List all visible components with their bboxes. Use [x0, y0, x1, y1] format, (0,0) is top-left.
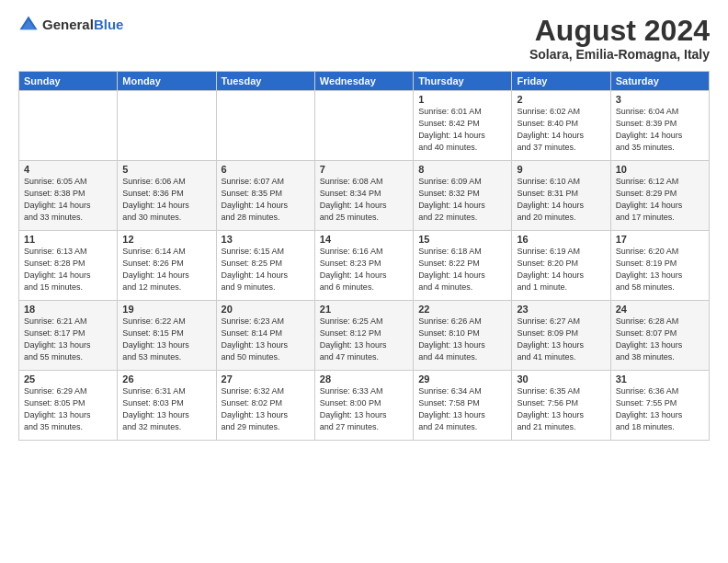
logo-text: GeneralBlue	[42, 17, 123, 33]
calendar-cell: 1Sunrise: 6:01 AM Sunset: 8:42 PM Daylig…	[414, 91, 512, 161]
day-number: 10	[616, 164, 704, 175]
day-info: Sunrise: 6:27 AM Sunset: 8:09 PM Dayligh…	[517, 316, 605, 363]
day-number: 23	[517, 304, 605, 315]
day-info: Sunrise: 6:06 AM Sunset: 8:36 PM Dayligh…	[122, 176, 210, 224]
day-info: Sunrise: 6:22 AM Sunset: 8:15 PM Dayligh…	[122, 316, 210, 363]
day-number: 28	[320, 373, 408, 385]
day-number: 13	[222, 234, 310, 245]
calendar-cell: 12Sunrise: 6:14 AM Sunset: 8:26 PM Dayli…	[118, 231, 216, 301]
calendar-day-header: Thursday	[414, 72, 512, 91]
calendar-cell	[118, 91, 216, 161]
calendar-cell	[19, 91, 118, 161]
day-number: 19	[122, 304, 210, 315]
day-number: 6	[222, 164, 310, 175]
calendar-cell: 21Sunrise: 6:25 AM Sunset: 8:12 PM Dayli…	[314, 301, 413, 371]
day-number: 29	[418, 373, 506, 385]
calendar-cell: 9Sunrise: 6:10 AM Sunset: 8:31 PM Daylig…	[512, 161, 610, 231]
day-info: Sunrise: 6:13 AM Sunset: 8:28 PM Dayligh…	[24, 246, 112, 293]
day-number: 25	[24, 373, 112, 385]
calendar-cell: 8Sunrise: 6:09 AM Sunset: 8:32 PM Daylig…	[414, 161, 512, 231]
calendar-cell: 29Sunrise: 6:34 AM Sunset: 7:58 PM Dayli…	[414, 371, 512, 441]
day-info: Sunrise: 6:04 AM Sunset: 8:39 PM Dayligh…	[616, 106, 704, 154]
day-number: 14	[320, 234, 408, 245]
calendar-week-row: 25Sunrise: 6:29 AM Sunset: 8:05 PM Dayli…	[19, 371, 710, 441]
day-info: Sunrise: 6:23 AM Sunset: 8:14 PM Dayligh…	[222, 316, 310, 363]
calendar-cell: 30Sunrise: 6:35 AM Sunset: 7:56 PM Dayli…	[512, 371, 610, 441]
day-info: Sunrise: 6:26 AM Sunset: 8:10 PM Dayligh…	[418, 316, 506, 363]
day-number: 2	[517, 94, 605, 105]
calendar-cell: 24Sunrise: 6:28 AM Sunset: 8:07 PM Dayli…	[610, 301, 709, 371]
day-info: Sunrise: 6:25 AM Sunset: 8:12 PM Dayligh…	[320, 316, 408, 363]
day-number: 26	[122, 373, 210, 385]
calendar-day-header: Monday	[118, 72, 216, 91]
day-info: Sunrise: 6:14 AM Sunset: 8:26 PM Dayligh…	[122, 246, 210, 293]
calendar-week-row: 1Sunrise: 6:01 AM Sunset: 8:42 PM Daylig…	[19, 91, 710, 161]
day-info: Sunrise: 6:02 AM Sunset: 8:40 PM Dayligh…	[517, 106, 605, 154]
calendar-cell: 15Sunrise: 6:18 AM Sunset: 8:22 PM Dayli…	[414, 231, 512, 301]
calendar-cell: 13Sunrise: 6:15 AM Sunset: 8:25 PM Dayli…	[216, 231, 314, 301]
day-number: 11	[24, 234, 112, 245]
day-info: Sunrise: 6:10 AM Sunset: 8:31 PM Dayligh…	[517, 176, 605, 224]
day-number: 18	[24, 304, 112, 315]
day-number: 16	[517, 234, 605, 245]
day-number: 24	[616, 304, 704, 315]
logo-general: General	[42, 17, 94, 32]
calendar-cell: 22Sunrise: 6:26 AM Sunset: 8:10 PM Dayli…	[414, 301, 512, 371]
day-info: Sunrise: 6:07 AM Sunset: 8:35 PM Dayligh…	[222, 176, 310, 224]
calendar-day-header: Sunday	[19, 72, 118, 91]
calendar-cell: 16Sunrise: 6:19 AM Sunset: 8:20 PM Dayli…	[512, 231, 610, 301]
day-info: Sunrise: 6:33 AM Sunset: 8:00 PM Dayligh…	[320, 385, 408, 433]
calendar-cell: 10Sunrise: 6:12 AM Sunset: 8:29 PM Dayli…	[610, 161, 709, 231]
day-info: Sunrise: 6:08 AM Sunset: 8:34 PM Dayligh…	[320, 176, 408, 224]
day-number: 15	[418, 234, 506, 245]
day-number: 21	[320, 304, 408, 315]
calendar-week-row: 18Sunrise: 6:21 AM Sunset: 8:17 PM Dayli…	[19, 301, 710, 371]
location: Solara, Emilia-Romagna, Italy	[529, 47, 710, 62]
day-info: Sunrise: 6:34 AM Sunset: 7:58 PM Dayligh…	[418, 385, 506, 433]
day-info: Sunrise: 6:05 AM Sunset: 8:38 PM Dayligh…	[24, 176, 112, 224]
day-info: Sunrise: 6:19 AM Sunset: 8:20 PM Dayligh…	[517, 246, 605, 293]
calendar-day-header: Wednesday	[314, 72, 413, 91]
calendar-cell: 19Sunrise: 6:22 AM Sunset: 8:15 PM Dayli…	[118, 301, 216, 371]
calendar-cell	[314, 91, 413, 161]
day-info: Sunrise: 6:31 AM Sunset: 8:03 PM Dayligh…	[122, 385, 210, 433]
calendar-cell: 11Sunrise: 6:13 AM Sunset: 8:28 PM Dayli…	[19, 231, 118, 301]
calendar-cell: 20Sunrise: 6:23 AM Sunset: 8:14 PM Dayli…	[216, 301, 314, 371]
day-number: 4	[24, 164, 112, 175]
day-info: Sunrise: 6:20 AM Sunset: 8:19 PM Dayligh…	[616, 246, 704, 293]
day-number: 17	[616, 234, 704, 245]
calendar-cell: 6Sunrise: 6:07 AM Sunset: 8:35 PM Daylig…	[216, 161, 314, 231]
day-number: 20	[222, 304, 310, 315]
day-number: 27	[222, 373, 310, 385]
day-number: 5	[122, 164, 210, 175]
logo-icon	[18, 15, 39, 35]
calendar-cell: 28Sunrise: 6:33 AM Sunset: 8:00 PM Dayli…	[314, 371, 413, 441]
day-info: Sunrise: 6:09 AM Sunset: 8:32 PM Dayligh…	[418, 176, 506, 224]
day-number: 9	[517, 164, 605, 175]
day-info: Sunrise: 6:01 AM Sunset: 8:42 PM Dayligh…	[418, 106, 506, 154]
day-info: Sunrise: 6:35 AM Sunset: 7:56 PM Dayligh…	[517, 385, 605, 433]
calendar-cell: 17Sunrise: 6:20 AM Sunset: 8:19 PM Dayli…	[610, 231, 709, 301]
day-info: Sunrise: 6:18 AM Sunset: 8:22 PM Dayligh…	[418, 246, 506, 293]
day-number: 30	[517, 373, 605, 385]
calendar: SundayMondayTuesdayWednesdayThursdayFrid…	[18, 71, 710, 441]
day-info: Sunrise: 6:15 AM Sunset: 8:25 PM Dayligh…	[222, 246, 310, 293]
calendar-cell	[216, 91, 314, 161]
calendar-cell: 27Sunrise: 6:32 AM Sunset: 8:02 PM Dayli…	[216, 371, 314, 441]
calendar-cell: 14Sunrise: 6:16 AM Sunset: 8:23 PM Dayli…	[314, 231, 413, 301]
calendar-cell: 2Sunrise: 6:02 AM Sunset: 8:40 PM Daylig…	[512, 91, 610, 161]
day-number: 3	[616, 94, 704, 105]
day-info: Sunrise: 6:32 AM Sunset: 8:02 PM Dayligh…	[222, 385, 310, 433]
calendar-week-row: 11Sunrise: 6:13 AM Sunset: 8:28 PM Dayli…	[19, 231, 710, 301]
calendar-cell: 4Sunrise: 6:05 AM Sunset: 8:38 PM Daylig…	[19, 161, 118, 231]
day-info: Sunrise: 6:29 AM Sunset: 8:05 PM Dayligh…	[24, 385, 112, 433]
day-info: Sunrise: 6:28 AM Sunset: 8:07 PM Dayligh…	[616, 316, 704, 363]
day-number: 12	[122, 234, 210, 245]
day-number: 8	[418, 164, 506, 175]
day-info: Sunrise: 6:36 AM Sunset: 7:55 PM Dayligh…	[616, 385, 704, 433]
calendar-week-row: 4Sunrise: 6:05 AM Sunset: 8:38 PM Daylig…	[19, 161, 710, 231]
calendar-cell: 23Sunrise: 6:27 AM Sunset: 8:09 PM Dayli…	[512, 301, 610, 371]
calendar-day-header: Friday	[512, 72, 610, 91]
title-block: August 2024 Solara, Emilia-Romagna, Ital…	[529, 15, 710, 62]
calendar-cell: 25Sunrise: 6:29 AM Sunset: 8:05 PM Dayli…	[19, 371, 118, 441]
